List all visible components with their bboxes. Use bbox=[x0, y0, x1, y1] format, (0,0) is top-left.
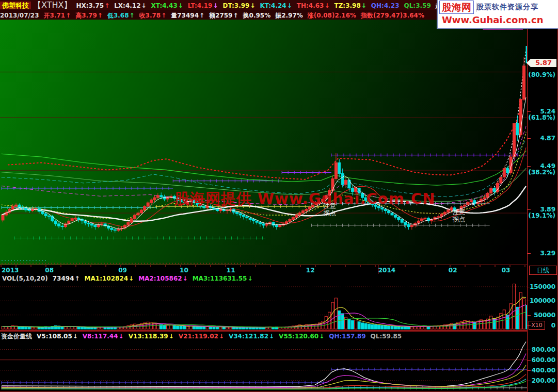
axis-pct-label: (80.9%) bbox=[528, 71, 555, 78]
indicator-field-3: LT:4.19↓ bbox=[188, 2, 218, 9]
main-chart-canvas[interactable] bbox=[0, 20, 527, 265]
volume-chart-canvas[interactable] bbox=[0, 282, 527, 331]
volume-pane-header: VOL(5,10,20)73494↑MA1:102824↓MA2:105862↓… bbox=[0, 274, 529, 282]
axis-tick bbox=[528, 138, 531, 139]
money-line-yellow bbox=[2, 365, 526, 388]
indicator-field-2: XT:4.43↓ bbox=[151, 2, 183, 9]
quote-field-1: 开3.71↑ bbox=[44, 12, 71, 19]
quote-field-7: 换0.95% bbox=[243, 12, 271, 19]
axis-tick bbox=[528, 301, 531, 301]
vol-field-0: VOL(5,10,20) bbox=[2, 275, 48, 282]
axis-label: 0 bbox=[551, 322, 555, 329]
money-pane-header: 资金价量线V5:108.05↓V8:117.44↓V13:118.39↓V21:… bbox=[0, 331, 528, 340]
axis-label: 200.00 bbox=[532, 377, 555, 384]
money-field-5: V34:121.82↓ bbox=[229, 333, 274, 340]
date-label-12: 12 bbox=[306, 267, 315, 274]
money-line-white bbox=[2, 342, 526, 387]
quote-field-0: 2013/07/23 bbox=[0, 12, 39, 19]
quote-field-4: 收3.78↑ bbox=[139, 12, 167, 19]
axis-tick bbox=[528, 315, 531, 316]
axis-tick bbox=[528, 360, 531, 361]
date-label-2013: 2013 bbox=[2, 267, 19, 274]
indicator-field-0: HX:3.75↑ bbox=[76, 2, 109, 9]
indicator-field-7: TZ:3.98↓ bbox=[334, 2, 366, 9]
indicator-field-5: KT:4.24↓ bbox=[260, 2, 292, 9]
axis-tick bbox=[528, 209, 531, 210]
right-axis-column: 5.87 日线 X10 (80.9%)5.24(61.8%)4.874.49(3… bbox=[527, 20, 558, 392]
date-axis-strip[interactable]: 2013080910111220140203 bbox=[0, 265, 527, 275]
marker-row bbox=[2, 187, 173, 190]
axis-tick bbox=[528, 350, 531, 350]
money-line-canvas[interactable] bbox=[0, 339, 527, 392]
money-field-6: V55:120.60↓ bbox=[279, 333, 324, 340]
vol-field-3: MA2:105862↓ bbox=[138, 275, 188, 282]
guhai-logo-banner: 股海网 股票软件资源分享 Www.Guhai.com.cn bbox=[437, 0, 558, 29]
axis-tick bbox=[528, 370, 531, 371]
axis-label: 100000 bbox=[530, 297, 555, 304]
period-selector-daily[interactable]: 日线 bbox=[529, 266, 557, 275]
date-label-03: 03 bbox=[502, 267, 511, 274]
indicator-field-8: QH:4.23 bbox=[371, 2, 400, 9]
vol-ma-5 bbox=[2, 297, 526, 328]
vol-field-4: MA3:113631.55↓ bbox=[193, 275, 253, 282]
date-label-2014: 2014 bbox=[378, 267, 395, 274]
stock-app-window: 佛塑科技【XTHX】HX:3.75↑LX:4.12↓XT:4.43↓LT:4.1… bbox=[0, 0, 558, 392]
quote-field-8: 振2.97% bbox=[275, 12, 303, 19]
overlay-red-dotted-envelope bbox=[8, 101, 523, 179]
axis-inner-line bbox=[557, 20, 557, 392]
watermark-text: 股海网提供 Www.Guhai.Com.CN bbox=[174, 189, 435, 209]
vol-ma-10 bbox=[2, 305, 526, 328]
stock-code-tag: 【XTHX】 bbox=[33, 0, 72, 10]
vol-field-2: MA1:102824↓ bbox=[85, 275, 134, 282]
date-label-11: 11 bbox=[227, 267, 235, 274]
money-field-4: V21:119.02↓ bbox=[179, 333, 224, 340]
indicator-field-4: DT:3.99↓ bbox=[223, 2, 256, 9]
axis-label: 400.00 bbox=[532, 367, 555, 374]
money-field-7: QH:157.89 bbox=[329, 333, 365, 340]
date-label-09: 09 bbox=[118, 267, 127, 274]
stock-name[interactable]: 佛塑科技 bbox=[0, 2, 31, 9]
money-field-1: V5:108.05↓ bbox=[37, 333, 78, 340]
axis-tick bbox=[528, 325, 531, 326]
axis-pct-label: (19.1%) bbox=[528, 212, 555, 219]
quote-field-6: 额2759↑ bbox=[209, 12, 238, 19]
axis-label: 600.00 bbox=[532, 356, 555, 364]
money-field-2: V8:117.44↓ bbox=[83, 333, 124, 340]
marker-row bbox=[331, 154, 527, 157]
quote-field-9: 涨(0.08)2.16% bbox=[308, 12, 356, 19]
date-label-02: 02 bbox=[449, 267, 457, 274]
current-price-tag: 5.87 bbox=[531, 59, 556, 67]
axis-label: 50000 bbox=[534, 312, 555, 319]
money-field-3: V13:118.39↓ bbox=[129, 333, 174, 340]
marker-row bbox=[15, 236, 266, 239]
axis-pct-label: (61.8%) bbox=[528, 114, 555, 121]
axis-tick bbox=[528, 381, 531, 381]
guhai-logo-text: 股海网 bbox=[439, 1, 474, 14]
quote-field-10: 指数(279.47)3.64% bbox=[361, 12, 424, 19]
date-label-08: 08 bbox=[45, 267, 54, 274]
marker-row bbox=[312, 224, 490, 227]
quote-field-3: 低3.68↑ bbox=[107, 12, 135, 19]
axis-label: 3.29 bbox=[540, 250, 555, 257]
indicator-field-9: QL:3.59 bbox=[404, 2, 431, 9]
axis-label: 150000 bbox=[530, 283, 555, 290]
volume-scale-toggle[interactable]: X10 bbox=[529, 321, 545, 330]
axis-tick bbox=[528, 166, 531, 167]
quote-field-2: 高3.79↑ bbox=[75, 12, 103, 19]
volume-bars bbox=[2, 284, 527, 329]
bottom-border bbox=[0, 391, 558, 391]
axis-label: 800.00 bbox=[532, 346, 555, 353]
quote-field-5: 量73494↑ bbox=[171, 12, 204, 19]
money-field-0: 资金价量线 bbox=[1, 333, 32, 340]
axis-tick bbox=[528, 287, 531, 287]
indicator-field-1: LX:4.12↓ bbox=[114, 2, 146, 9]
guhai-slogan: 股票软件资源分享 bbox=[476, 3, 538, 12]
indicator-field-6: TH:4.63↓ bbox=[297, 2, 330, 9]
guhai-url[interactable]: Www.Guhai.com.cn bbox=[442, 14, 558, 26]
axis-label: 4.87 bbox=[540, 135, 555, 142]
axis-pct-label: (38.2%) bbox=[528, 169, 555, 176]
annotation-turning-point-2: 注意拐点 bbox=[453, 208, 465, 223]
overlay-green-upper bbox=[2, 151, 526, 185]
axis-tick bbox=[528, 111, 531, 112]
axis-tick bbox=[528, 253, 531, 254]
